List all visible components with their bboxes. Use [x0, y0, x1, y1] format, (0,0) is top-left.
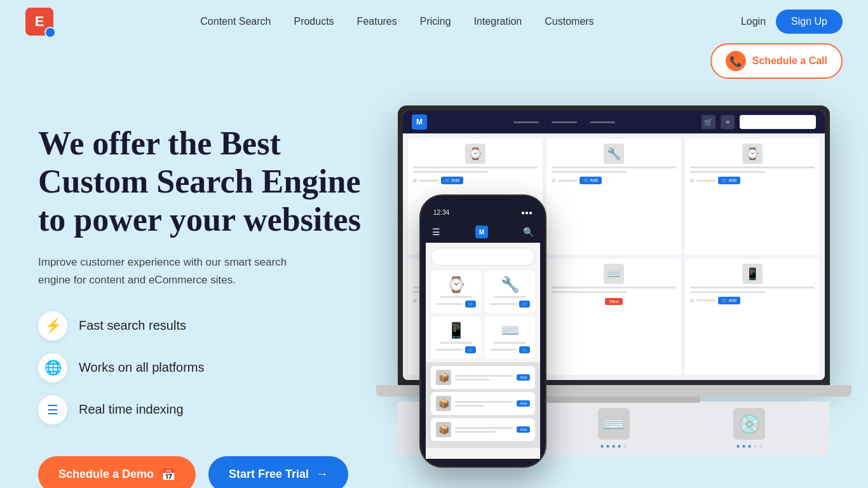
- screwdriver-icon: 🔧: [604, 144, 624, 164]
- laptop-menu-icon: ≡: [721, 115, 735, 129]
- bottom-hdd-stars: ★ ★ ★ ★ ★: [736, 444, 763, 449]
- card-line-9: [552, 287, 676, 288]
- product-card-screwdriver: 🔧 🛒 Add: [546, 139, 681, 255]
- lightning-icon: ⚡: [38, 311, 67, 341]
- phone-products-grid: ⌚ 🛒 🔧 🛒: [426, 271, 540, 313]
- phone-line-2: [494, 296, 526, 298]
- phone-search-icon: 🔍: [523, 227, 534, 238]
- phone-product-phone: 📱 🛒: [431, 316, 481, 358]
- phone-cart-btn-2[interactable]: 🛒: [519, 301, 530, 308]
- nav-item-customers[interactable]: Customers: [545, 16, 593, 27]
- card-line-5: [690, 166, 815, 168]
- schedule-demo-button[interactable]: Schedule a Demo 📅: [38, 456, 196, 488]
- add-to-cart-button-2[interactable]: 🛒 Add: [580, 177, 602, 184]
- phone-cart-btn-4[interactable]: 🛒: [519, 346, 530, 353]
- laptop-nav-right: 🛒 ≡: [702, 115, 816, 129]
- phone-blue-btn-2[interactable]: Add: [517, 400, 530, 407]
- phone-price-4: 🛒: [490, 346, 530, 353]
- phone-gray-section: 📦 Add 📦 Add: [426, 362, 540, 448]
- nav-item-features[interactable]: Features: [357, 16, 397, 27]
- bottom-product-hdd: 💿 ★ ★ ★ ★ ★: [682, 408, 817, 449]
- start-trial-label: Start Free Trial: [229, 468, 309, 481]
- nav-item-content-search[interactable]: Content Search: [200, 16, 271, 27]
- real-time-label: Real time indexing: [79, 402, 184, 417]
- phone-gray-item-2: 📦 Add: [431, 392, 535, 415]
- phone-hamburger-icon: ☰: [432, 227, 440, 238]
- card-line-6: [690, 171, 765, 173]
- product-card-phone: 📱 🛒 Add: [685, 259, 820, 376]
- hero-right: M 🛒 ≡: [381, 105, 830, 474]
- nav-item-pricing[interactable]: Pricing: [420, 16, 451, 27]
- phone-price-2: 🛒: [490, 301, 530, 308]
- start-trial-button[interactable]: Start Free Trial →: [208, 456, 348, 488]
- signup-button[interactable]: Sign Up: [776, 10, 843, 34]
- laptop-nav-logo: M: [412, 114, 427, 130]
- feature-list: ⚡ Fast search results 🌐 Works on all pla…: [38, 311, 369, 424]
- phone-icon: 📞: [726, 51, 746, 71]
- schedule-call-banner: 📞 Schedule a Call: [0, 43, 868, 86]
- product-card-smartwatch: ⌚ 🛒 Add: [685, 139, 820, 255]
- logo[interactable]: E: [25, 8, 53, 36]
- phone-product-screwdriver: 🔧 🛒: [485, 271, 535, 313]
- phone-product-keyboard: ⌨️ 🛒: [485, 316, 535, 358]
- nav-links: Content Search Products Features Pricing…: [200, 16, 593, 27]
- star-empty-3: ★: [759, 444, 763, 449]
- card-price-3: 🛒 Add: [690, 177, 815, 184]
- card-line-2: [413, 171, 488, 173]
- card-line-4: [552, 171, 627, 173]
- login-button[interactable]: Login: [741, 16, 766, 27]
- schedule-demo-label: Schedule a Demo: [58, 468, 154, 481]
- phone-search-bar[interactable]: [431, 248, 535, 266]
- laptop-nav-line-3: [590, 121, 615, 123]
- bottom-keyboard-stars: ★ ★ ★ ★ ★: [600, 444, 627, 449]
- add-to-cart-button-6[interactable]: 🛒 Add: [718, 297, 740, 304]
- star-empty: ★: [623, 444, 627, 449]
- phone-gray-lines-1: [455, 375, 513, 381]
- star-empty-2: ★: [753, 444, 757, 449]
- phone-line-4: [494, 342, 526, 344]
- bottom-product-keyboard: ⌨️ ★ ★ ★ ★ ★: [546, 408, 681, 449]
- phone-product-phone-icon: 📱: [447, 322, 466, 339]
- laptop-cart-icon: 🛒: [702, 115, 715, 129]
- nav-item-integration[interactable]: Integration: [474, 16, 522, 27]
- phone-nav: ☰ M 🔍: [426, 221, 540, 243]
- phone-gray-item-3: 📦 Add: [431, 418, 535, 441]
- phone-product-watch: ⌚ 🛒: [431, 271, 481, 313]
- add-to-cart-button-3[interactable]: 🛒 Add: [718, 177, 740, 184]
- globe-icon: 🌐: [38, 353, 67, 383]
- product-card-keyboard: ⌨️ View: [546, 259, 681, 376]
- schedule-call-button[interactable]: 📞 Schedule a Call: [710, 43, 843, 79]
- phone-screwdriver-icon: 🔧: [501, 276, 520, 294]
- phone-signal: ●●●: [521, 209, 532, 216]
- phone-products-grid-2: 📱 🛒 ⌨️ 🛒: [426, 316, 540, 358]
- cta-buttons: Schedule a Demo 📅 Start Free Trial →: [38, 456, 369, 488]
- laptop-nav: M 🛒 ≡: [403, 111, 825, 133]
- view-button-1[interactable]: View: [605, 298, 622, 305]
- laptop-search-bar: [740, 115, 816, 129]
- phone-gray-img-1: 📦: [436, 370, 451, 385]
- card-price-2: 🛒 Add: [552, 177, 676, 184]
- all-platforms-label: Works on all platforms: [79, 360, 204, 375]
- phone-cart-btn-3[interactable]: 🛒: [465, 346, 476, 353]
- feature-item-real-time: ☰ Real time indexing: [38, 395, 369, 424]
- phone-gray-img-3: 📦: [436, 422, 451, 437]
- phone-blue-btn-1[interactable]: Add: [517, 374, 530, 381]
- laptop-nav-line-2: [552, 121, 577, 123]
- laptop-nav-lines: [513, 121, 615, 123]
- card-line-11: [690, 287, 815, 288]
- card-line-1: [413, 166, 538, 168]
- calendar-icon: 📅: [161, 468, 175, 482]
- add-to-cart-button-1[interactable]: 🛒 Add: [441, 177, 463, 184]
- phone-gray-item-1: 📦 Add: [431, 366, 535, 389]
- phone-gray-lines-3: [455, 427, 513, 433]
- phone-cart-btn-1[interactable]: 🛒: [465, 301, 476, 308]
- navigation: E Content Search Products Features Prici…: [0, 0, 868, 43]
- phone-time: 12:34: [433, 209, 449, 216]
- phone-nav-logo: M: [475, 226, 488, 238]
- phone-blue-btn-3[interactable]: Add: [517, 426, 530, 433]
- phone-price-1: 🛒: [436, 301, 476, 308]
- nav-item-products[interactable]: Products: [294, 16, 334, 27]
- card-line-12: [690, 291, 765, 293]
- laptop-stand: [527, 396, 700, 403]
- phone-status-bar: 12:34 ●●●: [426, 203, 540, 221]
